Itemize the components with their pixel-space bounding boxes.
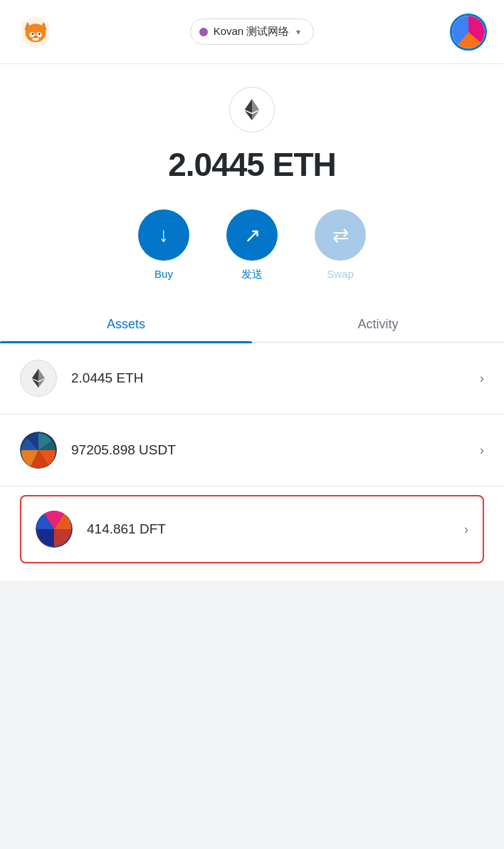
usdt-chevron-right-icon: › <box>480 443 484 458</box>
dft-token-icon <box>36 511 73 548</box>
asset-row-eth[interactable]: 2.0445 ETH › <box>0 343 504 415</box>
metamask-logo <box>17 14 54 51</box>
dft-row-wrapper: 414.861 DFT › <box>0 486 504 580</box>
eth-chevron-right-icon: › <box>480 371 484 386</box>
swap-button-wrapper[interactable]: ⇄ Swap <box>315 209 366 280</box>
usdt-amount: 97205.898 USDT <box>71 442 480 458</box>
action-buttons-row: ↓ Buy ↗ 发送 ⇄ Swap <box>138 209 366 281</box>
network-status-dot <box>199 28 208 36</box>
main-content: 2.0445 ETH ↓ Buy ↗ 发送 ⇄ Swap Assets Acti… <box>0 64 504 580</box>
chevron-down-icon: ▾ <box>296 27 300 37</box>
assets-list: 2.0445 ETH › 97205.898 USDT › <box>0 343 504 580</box>
send-button-wrapper[interactable]: ↗ 发送 <box>226 209 278 281</box>
send-icon: ↗ <box>244 224 261 247</box>
send-label: 发送 <box>241 268 263 281</box>
buy-label: Buy <box>154 268 173 280</box>
download-icon: ↓ <box>159 224 169 246</box>
eth-amount: 2.0445 ETH <box>71 370 480 386</box>
tab-assets[interactable]: Assets <box>0 307 252 342</box>
wallet-balance: 2.0445 ETH <box>168 145 335 184</box>
buy-circle: ↓ <box>138 209 189 261</box>
svg-point-10 <box>32 33 34 35</box>
asset-row-dft[interactable]: 414.861 DFT › <box>20 495 484 563</box>
svg-point-11 <box>38 33 41 35</box>
asset-row-usdt[interactable]: 97205.898 USDT › <box>0 415 504 486</box>
buy-button-wrapper[interactable]: ↓ Buy <box>138 209 189 280</box>
ethereum-logo <box>240 98 264 122</box>
network-name: Kovan 测试网络 <box>214 25 290 38</box>
usdt-token-icon <box>20 432 57 469</box>
eth-token-icon <box>20 360 57 397</box>
swap-label: Swap <box>327 268 354 280</box>
eth-token-logo <box>28 368 49 389</box>
swap-circle: ⇄ <box>315 209 366 261</box>
network-selector[interactable]: Kovan 测试网络 ▾ <box>190 19 315 45</box>
dft-token-logo <box>36 511 73 548</box>
header: Kovan 测试网络 ▾ <box>0 0 504 64</box>
tabs-row: Assets Activity <box>0 307 504 343</box>
swap-icon: ⇄ <box>332 224 349 247</box>
svg-point-13 <box>32 37 38 40</box>
svg-marker-15 <box>245 99 252 113</box>
avatar-image <box>452 16 485 48</box>
avatar[interactable] <box>450 14 487 51</box>
dft-chevron-right-icon: › <box>464 522 468 537</box>
dft-amount: 414.861 DFT <box>87 521 464 537</box>
eth-network-icon <box>229 87 275 132</box>
usdt-token-logo <box>20 432 57 469</box>
send-circle: ↗ <box>226 209 278 261</box>
svg-marker-19 <box>32 369 38 381</box>
tab-activity[interactable]: Activity <box>252 307 504 342</box>
